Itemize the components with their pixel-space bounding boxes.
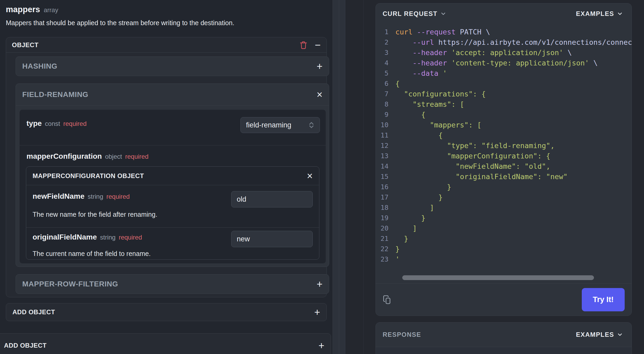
curl-code-block[interactable]: 1curl --request PATCH \2 --url https://a… [376, 27, 632, 276]
copy-icon [383, 294, 392, 305]
code-line: 20 ] [376, 223, 632, 233]
original-field-name-kind: string [100, 234, 116, 241]
code-line: 6{ [376, 78, 632, 89]
code-line: 10 "mappers": [ [376, 120, 632, 130]
new-field-name-row: newFieldName string required old The new… [26, 185, 319, 228]
section-field-renaming-header[interactable]: FIELD-RENAMING × [16, 84, 329, 106]
close-icon: × [317, 90, 323, 100]
line-number: 3 [376, 47, 395, 58]
field-description: Mappers that should be applied to the st… [6, 19, 234, 27]
line-number: 4 [376, 58, 395, 68]
column-divider[interactable] [333, 0, 345, 354]
field-name: mappers [6, 5, 40, 14]
curl-request-header: CURL REQUEST EXAMPLES [376, 3, 632, 24]
response-examples-dropdown[interactable]: EXAMPLES [574, 331, 625, 339]
mapper-configuration-object-panel: MAPPERCONFIGURATION OBJECT × newFieldNam… [26, 166, 319, 260]
line-number: 15 [376, 171, 395, 182]
new-field-name-description: The new name for the field after renamin… [33, 211, 157, 218]
new-field-name-input[interactable]: old [231, 191, 313, 207]
horizontal-scrollbar[interactable] [402, 275, 594, 280]
chevron-down-icon [617, 331, 623, 338]
expand-hashing-button[interactable]: + [317, 61, 323, 71]
line-number: 18 [376, 202, 395, 213]
code-line: 18 ] [376, 202, 632, 213]
divider [363, 0, 364, 354]
line-number: 14 [376, 161, 395, 171]
close-field-renaming-button[interactable]: × [317, 90, 323, 100]
plus-icon: + [314, 307, 320, 317]
scrollbar-track[interactable] [339, 0, 345, 354]
line-number: 6 [376, 78, 395, 89]
mapper-configuration-name: mapperConfiguration [26, 152, 102, 161]
line-number: 10 [376, 120, 395, 130]
line-number: 8 [376, 99, 395, 109]
scrollbar-track[interactable] [333, 0, 339, 354]
collapse-object-button[interactable]: − [315, 40, 321, 50]
curl-panel-footer: Try It! [376, 283, 632, 316]
add-object-button-inner[interactable]: ADD OBJECT + [6, 303, 327, 321]
code-line: 5 --data ' [376, 68, 632, 78]
line-number: 1 [376, 27, 395, 37]
mapper-configuration-required: required [125, 153, 149, 160]
original-field-name-label: originalFieldName string required [33, 233, 142, 241]
section-hashing[interactable]: HASHING + [16, 56, 329, 76]
chevron-down-icon [617, 11, 623, 17]
copy-code-button[interactable] [383, 294, 392, 305]
code-line: 14 "newFieldName": "old", [376, 161, 632, 171]
code-line: 23' [376, 254, 632, 264]
curl-request-panel: CURL REQUEST EXAMPLES 1curl --request PA… [375, 3, 632, 316]
code-line: 16 } [376, 182, 632, 192]
line-number: 12 [376, 140, 395, 151]
mapper-configuration-object-title: MAPPERCONFIGURATION OBJECT [33, 172, 307, 180]
code-line: 21 } [376, 233, 632, 244]
type-select-value: field-renaming [246, 121, 291, 129]
line-number: 23 [376, 254, 395, 264]
schema-column: mappers array Mappers that should be app… [0, 0, 333, 354]
chevron-down-icon [440, 11, 446, 17]
code-line: 1curl --request PATCH \ [376, 27, 632, 37]
new-field-name-label: newFieldName string required [33, 192, 130, 201]
section-field-renaming: FIELD-RENAMING × type const required fie… [16, 83, 329, 267]
minus-icon: − [315, 40, 321, 50]
original-field-name-value: new [237, 235, 250, 243]
type-property-name: type [26, 119, 42, 128]
code-line: 8 "streams": [ [376, 99, 632, 109]
section-mapper-row-filtering[interactable]: MAPPER-ROW-FILTERING + [16, 274, 329, 294]
code-line: 9 { [376, 109, 632, 120]
request-examples-dropdown[interactable]: EXAMPLES [574, 10, 625, 18]
original-field-name-input[interactable]: new [231, 231, 313, 247]
line-number: 17 [376, 192, 395, 202]
new-field-name: newFieldName [33, 192, 84, 201]
try-it-button[interactable]: Try It! [582, 288, 625, 311]
type-select[interactable]: field-renaming [240, 117, 320, 133]
field-kind-badge: array [44, 6, 58, 14]
line-number: 22 [376, 244, 395, 254]
add-object-outer-label: ADD OBJECT [4, 342, 319, 349]
code-line: 13 "mapperConfiguration": { [376, 151, 632, 161]
request-examples-label: EXAMPLES [576, 10, 614, 17]
mapper-configuration-kind: object [105, 153, 122, 160]
mapper-configuration-label: mapperConfiguration object required [26, 152, 149, 161]
original-field-name-description: The current name of the field to rename. [33, 250, 151, 258]
line-number: 13 [376, 151, 395, 161]
delete-object-button[interactable] [299, 41, 307, 50]
close-mapper-configuration-button[interactable]: × [307, 171, 313, 181]
request-language-dropdown[interactable]: CURL REQUEST [383, 10, 446, 17]
response-header: RESPONSE EXAMPLES [376, 322, 632, 347]
field-heading: mappers array [6, 5, 58, 14]
plus-icon: + [319, 340, 324, 351]
section-field-renaming-label: FIELD-RENAMING [22, 90, 317, 99]
add-object-button-outer[interactable]: ADD OBJECT + [0, 333, 331, 354]
object-panel-header: OBJECT − [6, 37, 327, 53]
array-item-object-panel: OBJECT − HASHING + FIELD-R [6, 37, 327, 297]
original-field-name: originalFieldName [33, 233, 97, 241]
code-line: 12 "type": "field-renaming", [376, 140, 632, 151]
mapper-configuration-object-header: MAPPERCONFIGURATION OBJECT × [26, 167, 319, 185]
chevrons-up-down-icon [308, 121, 314, 129]
section-mapper-row-filtering-label: MAPPER-ROW-FILTERING [22, 280, 317, 288]
code-line: 15 "originalFieldName": "new" [376, 171, 632, 182]
line-number: 20 [376, 223, 395, 233]
expand-mapper-row-filtering-button[interactable]: + [317, 279, 323, 289]
curl-request-title: CURL REQUEST [383, 10, 437, 17]
plus-icon: + [317, 61, 323, 71]
